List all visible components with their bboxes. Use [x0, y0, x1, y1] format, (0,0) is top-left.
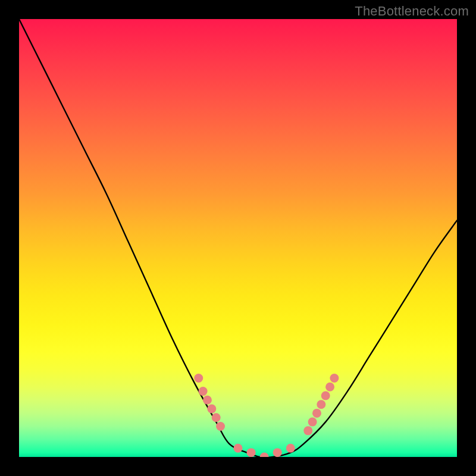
chart-stage: TheBottleneck.com — [0, 0, 476, 476]
highlight-dot — [199, 387, 208, 396]
highlight-dot — [325, 383, 334, 392]
highlight-dot — [321, 391, 330, 400]
bottleneck-curve — [19, 19, 457, 457]
curve-layer — [19, 19, 457, 457]
highlight-dot — [286, 444, 295, 453]
highlight-dot — [247, 448, 256, 457]
plot-area — [19, 19, 457, 457]
highlight-dot — [260, 453, 269, 458]
attribution-label: TheBottleneck.com — [355, 4, 469, 19]
highlight-dot — [308, 418, 317, 427]
highlight-dots — [194, 374, 339, 457]
highlight-dot — [317, 400, 325, 409]
highlight-dot — [194, 374, 203, 383]
highlight-dot — [234, 444, 243, 453]
highlight-dot — [207, 405, 216, 414]
highlight-dot — [216, 422, 225, 431]
highlight-dot — [273, 448, 282, 457]
highlight-dot — [330, 374, 339, 383]
highlight-dot — [203, 396, 212, 405]
highlight-dot — [212, 413, 221, 422]
highlight-dot — [303, 426, 312, 435]
highlight-dot — [312, 409, 321, 418]
